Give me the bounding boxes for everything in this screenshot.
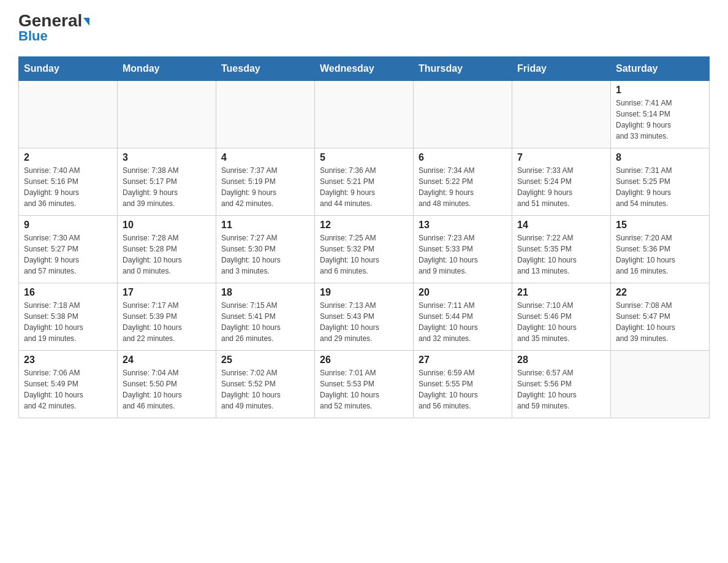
- weekday-header-tuesday: Tuesday: [216, 57, 315, 81]
- day-info: Sunrise: 7:04 AM Sunset: 5:50 PM Dayligh…: [123, 367, 211, 412]
- page-header: General Blue: [18, 12, 710, 44]
- day-number: 3: [123, 152, 211, 163]
- day-info: Sunrise: 7:10 AM Sunset: 5:46 PM Dayligh…: [517, 300, 605, 344]
- calendar-cell: 20Sunrise: 7:11 AM Sunset: 5:44 PM Dayli…: [414, 283, 512, 351]
- day-info: Sunrise: 7:08 AM Sunset: 5:47 PM Dayligh…: [616, 300, 704, 344]
- calendar-cell: [216, 81, 315, 148]
- calendar-cell: 26Sunrise: 7:01 AM Sunset: 5:53 PM Dayli…: [315, 351, 414, 418]
- calendar-cell: 12Sunrise: 7:25 AM Sunset: 5:32 PM Dayli…: [315, 216, 414, 283]
- day-number: 12: [320, 220, 408, 231]
- day-number: 27: [419, 354, 507, 366]
- day-number: 23: [24, 354, 112, 366]
- calendar-cell: 23Sunrise: 7:06 AM Sunset: 5:49 PM Dayli…: [19, 351, 118, 418]
- calendar-cell: [19, 81, 118, 148]
- calendar-cell: 5Sunrise: 7:36 AM Sunset: 5:21 PM Daylig…: [315, 148, 414, 216]
- day-info: Sunrise: 7:18 AM Sunset: 5:38 PM Dayligh…: [24, 300, 112, 344]
- day-info: Sunrise: 7:28 AM Sunset: 5:28 PM Dayligh…: [123, 232, 211, 277]
- day-number: 25: [221, 354, 309, 366]
- day-info: Sunrise: 7:17 AM Sunset: 5:39 PM Dayligh…: [123, 300, 211, 344]
- calendar-cell: [611, 351, 710, 418]
- day-number: 1: [616, 85, 704, 96]
- calendar-week-row: 16Sunrise: 7:18 AM Sunset: 5:38 PM Dayli…: [19, 283, 710, 351]
- calendar-cell: 2Sunrise: 7:40 AM Sunset: 5:16 PM Daylig…: [19, 148, 118, 216]
- day-number: 9: [24, 220, 112, 231]
- day-info: Sunrise: 7:37 AM Sunset: 5:19 PM Dayligh…: [221, 165, 309, 209]
- day-info: Sunrise: 7:22 AM Sunset: 5:35 PM Dayligh…: [517, 232, 605, 277]
- day-number: 11: [221, 220, 309, 231]
- calendar-cell: 1Sunrise: 7:41 AM Sunset: 5:14 PM Daylig…: [611, 81, 710, 148]
- calendar-cell: 24Sunrise: 7:04 AM Sunset: 5:50 PM Dayli…: [118, 351, 216, 418]
- day-number: 4: [221, 152, 309, 163]
- calendar-week-row: 23Sunrise: 7:06 AM Sunset: 5:49 PM Dayli…: [19, 351, 710, 418]
- day-info: Sunrise: 7:11 AM Sunset: 5:44 PM Dayligh…: [419, 300, 507, 344]
- weekday-header-row: SundayMondayTuesdayWednesdayThursdayFrid…: [19, 57, 710, 81]
- day-number: 20: [419, 287, 507, 298]
- day-info: Sunrise: 7:15 AM Sunset: 5:41 PM Dayligh…: [221, 300, 309, 344]
- day-info: Sunrise: 7:20 AM Sunset: 5:36 PM Dayligh…: [616, 232, 704, 277]
- calendar-week-row: 2Sunrise: 7:40 AM Sunset: 5:16 PM Daylig…: [19, 148, 710, 216]
- day-info: Sunrise: 7:02 AM Sunset: 5:52 PM Dayligh…: [221, 367, 309, 412]
- day-number: 16: [24, 287, 112, 298]
- calendar-cell: 18Sunrise: 7:15 AM Sunset: 5:41 PM Dayli…: [216, 283, 315, 351]
- day-number: 7: [517, 152, 605, 163]
- day-info: Sunrise: 7:31 AM Sunset: 5:25 PM Dayligh…: [616, 165, 704, 209]
- calendar-cell: 28Sunrise: 6:57 AM Sunset: 5:56 PM Dayli…: [512, 351, 611, 418]
- calendar-cell: 10Sunrise: 7:28 AM Sunset: 5:28 PM Dayli…: [118, 216, 216, 283]
- day-info: Sunrise: 6:59 AM Sunset: 5:55 PM Dayligh…: [419, 367, 507, 412]
- day-number: 19: [320, 287, 408, 298]
- calendar-cell: [118, 81, 216, 148]
- calendar-cell: 8Sunrise: 7:31 AM Sunset: 5:25 PM Daylig…: [611, 148, 710, 216]
- calendar-cell: 9Sunrise: 7:30 AM Sunset: 5:27 PM Daylig…: [19, 216, 118, 283]
- weekday-header-wednesday: Wednesday: [315, 57, 414, 81]
- day-info: Sunrise: 7:13 AM Sunset: 5:43 PM Dayligh…: [320, 300, 408, 344]
- day-number: 17: [123, 287, 211, 298]
- day-info: Sunrise: 7:41 AM Sunset: 5:14 PM Dayligh…: [616, 98, 704, 142]
- day-info: Sunrise: 7:30 AM Sunset: 5:27 PM Dayligh…: [24, 232, 112, 277]
- day-number: 26: [320, 354, 408, 366]
- calendar-cell: 21Sunrise: 7:10 AM Sunset: 5:46 PM Dayli…: [512, 283, 611, 351]
- calendar-cell: 11Sunrise: 7:27 AM Sunset: 5:30 PM Dayli…: [216, 216, 315, 283]
- calendar-cell: 25Sunrise: 7:02 AM Sunset: 5:52 PM Dayli…: [216, 351, 315, 418]
- day-info: Sunrise: 7:25 AM Sunset: 5:32 PM Dayligh…: [320, 232, 408, 277]
- weekday-header-thursday: Thursday: [414, 57, 512, 81]
- calendar-cell: [414, 81, 512, 148]
- calendar-cell: 6Sunrise: 7:34 AM Sunset: 5:22 PM Daylig…: [414, 148, 512, 216]
- day-number: 24: [123, 354, 211, 366]
- calendar-cell: 22Sunrise: 7:08 AM Sunset: 5:47 PM Dayli…: [611, 283, 710, 351]
- calendar-cell: 13Sunrise: 7:23 AM Sunset: 5:33 PM Dayli…: [414, 216, 512, 283]
- day-info: Sunrise: 7:40 AM Sunset: 5:16 PM Dayligh…: [24, 165, 112, 209]
- day-info: Sunrise: 7:36 AM Sunset: 5:21 PM Dayligh…: [320, 165, 408, 209]
- logo-general-text: General: [18, 12, 89, 29]
- day-info: Sunrise: 7:27 AM Sunset: 5:30 PM Dayligh…: [221, 232, 309, 277]
- day-info: Sunrise: 7:33 AM Sunset: 5:24 PM Dayligh…: [517, 165, 605, 209]
- calendar-cell: [315, 81, 414, 148]
- day-number: 8: [616, 152, 704, 163]
- calendar-cell: 3Sunrise: 7:38 AM Sunset: 5:17 PM Daylig…: [118, 148, 216, 216]
- logo-blue-text: Blue: [18, 28, 48, 44]
- day-number: 22: [616, 287, 704, 298]
- day-number: 5: [320, 152, 408, 163]
- calendar-table: SundayMondayTuesdayWednesdayThursdayFrid…: [18, 56, 710, 418]
- day-number: 28: [517, 354, 605, 366]
- day-info: Sunrise: 7:23 AM Sunset: 5:33 PM Dayligh…: [419, 232, 507, 277]
- day-number: 6: [419, 152, 507, 163]
- calendar-cell: 19Sunrise: 7:13 AM Sunset: 5:43 PM Dayli…: [315, 283, 414, 351]
- day-number: 2: [24, 152, 112, 163]
- day-number: 14: [517, 220, 605, 231]
- day-info: Sunrise: 7:06 AM Sunset: 5:49 PM Dayligh…: [24, 367, 112, 412]
- day-number: 10: [123, 220, 211, 231]
- calendar-cell: 17Sunrise: 7:17 AM Sunset: 5:39 PM Dayli…: [118, 283, 216, 351]
- weekday-header-saturday: Saturday: [611, 57, 710, 81]
- day-info: Sunrise: 7:38 AM Sunset: 5:17 PM Dayligh…: [123, 165, 211, 209]
- calendar-cell: 14Sunrise: 7:22 AM Sunset: 5:35 PM Dayli…: [512, 216, 611, 283]
- calendar-cell: 7Sunrise: 7:33 AM Sunset: 5:24 PM Daylig…: [512, 148, 611, 216]
- calendar-cell: 4Sunrise: 7:37 AM Sunset: 5:19 PM Daylig…: [216, 148, 315, 216]
- weekday-header-monday: Monday: [118, 57, 216, 81]
- day-info: Sunrise: 6:57 AM Sunset: 5:56 PM Dayligh…: [517, 367, 605, 412]
- calendar-cell: [512, 81, 611, 148]
- day-number: 18: [221, 287, 309, 298]
- day-info: Sunrise: 7:01 AM Sunset: 5:53 PM Dayligh…: [320, 367, 408, 412]
- logo: General Blue: [18, 12, 89, 44]
- day-number: 15: [616, 220, 704, 231]
- day-number: 21: [517, 287, 605, 298]
